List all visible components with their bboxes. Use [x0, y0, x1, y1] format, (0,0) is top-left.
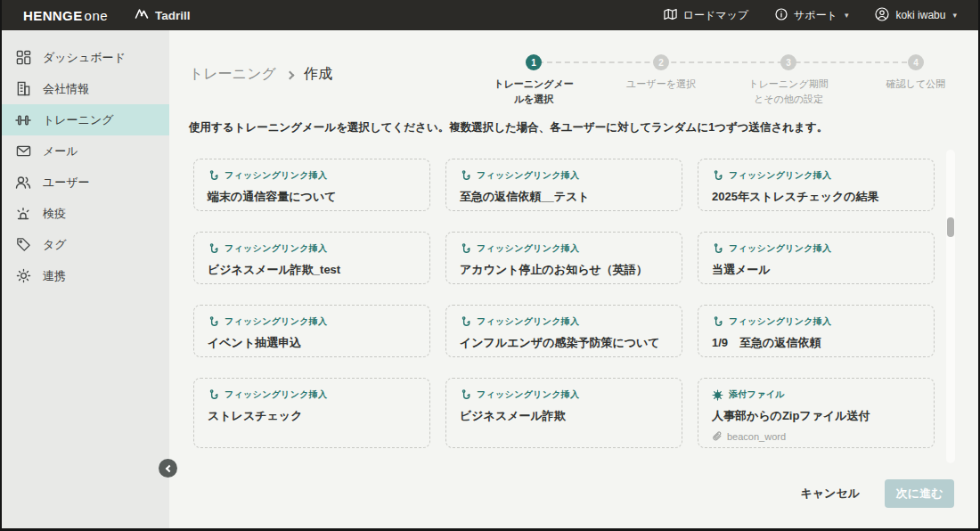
hook-icon [208, 316, 219, 328]
training-mail-card[interactable]: フィッシングリンク挿入 ビジネスメール詐欺_test [193, 232, 430, 284]
roadmap-link[interactable]: ロードマップ [664, 8, 748, 23]
card-title: 1/9 至急の返信依頼 [712, 335, 920, 351]
card-title: 端末の通信容量について [208, 189, 416, 205]
card-title: 至急の返信依頼__テスト [460, 189, 668, 205]
sidebar-item-training[interactable]: トレーニング [2, 104, 169, 135]
card-badge: 添付ファイル [712, 388, 920, 401]
sidebar-item-dashboard[interactable]: ダッシュボード [2, 42, 169, 73]
step-2-label: ユーザーを選択 [626, 77, 696, 92]
virus-icon [712, 389, 723, 401]
gear-icon [15, 268, 31, 284]
training-mail-card[interactable]: フィッシングリンク挿入 当選メール [698, 232, 935, 284]
sidebar-item-label: ユーザー [43, 175, 90, 191]
training-mail-card[interactable]: フィッシングリンク挿入 アカウント停止のお知らせ（英語） [445, 232, 682, 284]
next-button[interactable]: 次に進む [885, 479, 954, 508]
dashboard-icon [15, 50, 31, 66]
footer-actions: キャンセル 次に進む [800, 479, 954, 508]
sidebar-item-label: タグ [43, 237, 67, 253]
stepper: 1 トレーニングメールを選択 2 ユーザーを選択 3 トレーニング期間とその他の… [469, 54, 980, 117]
sidebar-item-label: メール [43, 143, 78, 159]
mail-icon [15, 143, 31, 159]
company-icon [15, 81, 31, 97]
topbar: HENNGE one Tadrill ロードマップ [2, 0, 978, 30]
brand-suffix: one [85, 8, 109, 23]
breadcrumb: トレーニング 作成 [189, 65, 332, 84]
hook-icon [460, 243, 471, 255]
card-title: 2025年ストレスチェックの結果 [712, 189, 920, 205]
chevron-right-icon [285, 70, 294, 79]
training-mail-card[interactable]: フィッシングリンク挿入 インフルエンザの感染予防策について [445, 305, 682, 357]
card-badge: フィッシングリンク挿入 [712, 315, 920, 328]
sidebar-item-label: 会社情報 [43, 81, 89, 97]
hook-icon [712, 243, 723, 255]
main-content: トレーニング 作成 1 トレーニングメールを選択 2 ユーザーを選択 3 トレー… [169, 30, 978, 528]
tadrill-icon [135, 8, 149, 22]
tadrill-label: Tadrill [155, 9, 191, 22]
hook-icon [712, 316, 723, 328]
paperclip-icon [712, 431, 723, 442]
avatar-icon [875, 7, 889, 24]
step-1-label: トレーニングメールを選択 [491, 77, 576, 106]
card-badge: フィッシングリンク挿入 [460, 242, 668, 255]
card-badge: フィッシングリンク挿入 [460, 388, 668, 401]
hook-icon [460, 170, 471, 182]
attachment-name: beacon_word [727, 431, 786, 442]
app-window: HENNGE one Tadrill ロードマップ [0, 0, 980, 531]
sidebar-item-label: トレーニング [43, 112, 114, 128]
sidebar-item-users[interactable]: ユーザー [2, 167, 169, 198]
support-menu[interactable]: サポート ▾ [775, 8, 848, 23]
user-menu[interactable]: koki iwabu ▾ [875, 7, 957, 24]
breadcrumb-parent[interactable]: トレーニング [189, 65, 276, 84]
step-2: 2 ユーザーを選択 [618, 54, 704, 92]
step-1: 1 トレーニングメールを選択 [491, 54, 576, 106]
training-mail-card[interactable]: フィッシングリンク挿入 イベント抽選申込 [193, 305, 430, 357]
tag-icon [15, 237, 31, 253]
roadmap-label: ロードマップ [683, 8, 748, 23]
caret-down-icon: ▾ [845, 11, 849, 20]
map-icon [664, 8, 677, 23]
card-title: ビジネスメール詐欺 [460, 408, 668, 424]
sidebar-item-tags[interactable]: タグ [2, 229, 169, 260]
card-badge: フィッシングリンク挿入 [460, 315, 668, 328]
card-title: 人事部からのZipファイル送付 [712, 408, 920, 424]
card-title: イベント抽選申込 [208, 335, 416, 351]
sidebar: ダッシュボード 会社情報 トレーニング [2, 30, 169, 528]
user-name: koki iwabu [895, 9, 945, 21]
training-mail-card[interactable]: フィッシングリンク挿入 端末の通信容量について [193, 159, 430, 211]
hook-icon [460, 389, 471, 401]
training-mail-card[interactable]: 添付ファイル 人事部からのZipファイル送付 beacon_word [698, 378, 935, 448]
scrollbar-track[interactable] [946, 150, 955, 463]
scrollbar-thumb[interactable] [947, 217, 954, 237]
step-1-circle: 1 [526, 54, 542, 70]
card-title: インフルエンザの感染予防策について [460, 335, 668, 351]
card-badge: フィッシングリンク挿入 [460, 169, 668, 182]
quarantine-icon [15, 206, 31, 222]
page-description: 使用するトレーニングメールを選択してください。複数選択した場合、各ユーザーに対し… [189, 120, 828, 135]
hook-icon [460, 316, 471, 328]
sidebar-item-quarantine[interactable]: 検疫 [2, 198, 169, 229]
card-title: 当選メール [712, 262, 920, 278]
training-mail-card[interactable]: フィッシングリンク挿入 ストレスチェック [193, 378, 430, 448]
step-4: 4 確認して公開 [873, 54, 959, 92]
support-label: サポート [794, 8, 837, 23]
card-title: ビジネスメール詐欺_test [208, 262, 416, 278]
sidebar-collapse-button[interactable] [159, 459, 177, 478]
brand-main: HENNGE [23, 8, 83, 23]
step-4-label: 確認して公開 [886, 77, 946, 92]
training-mail-card[interactable]: フィッシングリンク挿入 2025年ストレスチェックの結果 [698, 159, 935, 211]
training-mail-card[interactable]: フィッシングリンク挿入 至急の返信依頼__テスト [445, 159, 682, 211]
tadrill-logo: Tadrill [135, 8, 191, 22]
card-attachment: beacon_word [712, 431, 920, 442]
sidebar-item-integrations[interactable]: 連携 [2, 260, 169, 291]
sidebar-item-company[interactable]: 会社情報 [2, 73, 169, 104]
training-mail-card[interactable]: フィッシングリンク挿入 1/9 至急の返信依頼 [698, 305, 935, 357]
hook-icon [208, 389, 219, 401]
hennge-one-logo: HENNGE one [23, 8, 108, 23]
card-title: アカウント停止のお知らせ（英語） [460, 262, 668, 278]
step-3: 3 トレーニング期間とその他の設定 [746, 54, 831, 106]
card-badge: フィッシングリンク挿入 [712, 169, 920, 182]
step-3-label: トレーニング期間とその他の設定 [746, 77, 831, 106]
sidebar-item-mail[interactable]: メール [2, 135, 169, 167]
cancel-button[interactable]: キャンセル [800, 486, 860, 502]
training-mail-card[interactable]: フィッシングリンク挿入 ビジネスメール詐欺 [445, 378, 682, 448]
